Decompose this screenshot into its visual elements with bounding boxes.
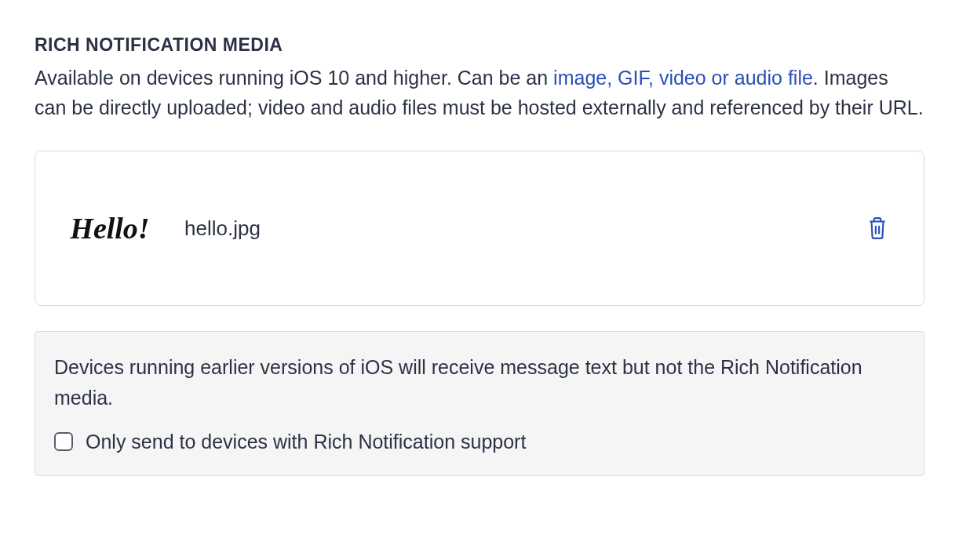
media-types-link[interactable]: image, GIF, video or audio file <box>553 67 813 89</box>
media-thumbnail: Hello! <box>67 197 153 260</box>
rich-notification-only-checkbox[interactable] <box>54 432 73 451</box>
section-title: RICH NOTIFICATION MEDIA <box>35 35 924 56</box>
info-panel: Devices running earlier versions of iOS … <box>35 331 924 476</box>
media-filename: hello.jpg <box>184 216 862 241</box>
info-notice: Devices running earlier versions of iOS … <box>54 352 905 413</box>
section-description: Available on devices running iOS 10 and … <box>35 64 924 122</box>
delete-media-button[interactable] <box>862 212 892 245</box>
description-prefix: Available on devices running iOS 10 and … <box>35 67 553 89</box>
rich-notification-only-label[interactable]: Only send to devices with Rich Notificat… <box>86 431 526 453</box>
media-upload-card: Hello! hello.jpg <box>35 151 924 306</box>
trash-icon <box>867 216 888 240</box>
checkbox-row: Only send to devices with Rich Notificat… <box>54 431 905 453</box>
